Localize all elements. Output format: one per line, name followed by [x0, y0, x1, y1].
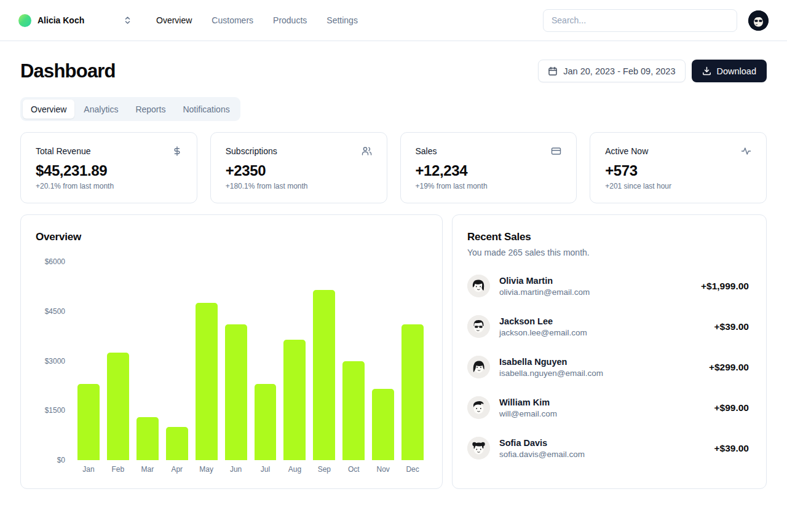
sale-row: Isabella Nguyen isabella.nguyen@email.co… — [467, 356, 749, 378]
stat-title: Active Now — [605, 146, 648, 156]
bar-mar — [136, 417, 159, 460]
tab-notifications[interactable]: Notifications — [175, 100, 237, 119]
bar-jun — [225, 324, 247, 460]
y-tick-label: $3000 — [45, 357, 65, 366]
recent-sales-title: Recent Sales — [467, 231, 749, 243]
chart-column-jul — [251, 262, 280, 460]
bar-jul — [255, 384, 277, 460]
stat-title: Subscriptions — [226, 146, 277, 156]
stat-change: +201 since last hour — [605, 182, 751, 190]
y-tick-label: $4500 — [45, 307, 65, 316]
stat-card-sales: Sales +12,234 +19% from last month — [400, 132, 577, 203]
users-icon — [362, 146, 372, 156]
recent-sales-list: Olivia Martin olivia.martin@email.com +$… — [467, 275, 749, 460]
stat-value: +573 — [605, 162, 751, 179]
user-avatar-face-icon — [748, 10, 769, 31]
sale-row: Jackson Lee jackson.lee@email.com +$39.0… — [467, 315, 749, 338]
recent-sales-card: Recent Sales You made 265 sales this mon… — [452, 214, 767, 489]
x-tick-label: Mar — [133, 465, 162, 474]
chart-x-axis: JanFebMarAprMayJunJulAugSepOctNovDec — [74, 465, 427, 474]
sale-email: olivia.martin@email.com — [499, 288, 701, 297]
bar-dec — [401, 324, 424, 460]
x-tick-label: Jul — [251, 465, 280, 474]
nav-link-overview[interactable]: Overview — [156, 15, 192, 25]
tab-overview[interactable]: Overview — [23, 100, 74, 119]
chart-column-nov — [368, 262, 398, 460]
chart-column-dec — [398, 262, 427, 460]
top-navigation-bar: Alicia Koch Overview Customers Products … — [0, 0, 787, 41]
y-tick-label: $1500 — [45, 406, 65, 415]
sale-name: Isabella Nguyen — [499, 357, 709, 367]
sale-amount: +$39.00 — [714, 443, 749, 454]
stat-card-total-revenue: Total Revenue $45,231.89 +20.1% from las… — [20, 132, 197, 203]
page-header: Dashboard Jan 20, 2023 - Feb 09, 2023 D — [20, 60, 767, 82]
sale-amount: +$99.00 — [714, 402, 749, 413]
nav-link-customers[interactable]: Customers — [212, 15, 253, 25]
search-input[interactable] — [543, 9, 737, 32]
sale-row: Olivia Martin olivia.martin@email.com +$… — [467, 275, 749, 297]
overview-chart-card: Overview $6000$4500$3000$1500$0 JanFebMa… — [20, 214, 443, 489]
x-tick-label: Sep — [309, 465, 339, 474]
avatar-sofia-davis — [467, 437, 490, 460]
avatar-william-kim — [467, 396, 490, 419]
x-tick-label: Feb — [103, 465, 133, 474]
avatar-isabella-nguyen — [467, 356, 490, 378]
nav-link-settings[interactable]: Settings — [326, 15, 358, 25]
chart-y-axis: $6000$4500$3000$1500$0 — [36, 262, 65, 460]
tab-reports[interactable]: Reports — [127, 100, 173, 119]
chart-column-may — [192, 262, 221, 460]
bar-feb — [107, 353, 129, 460]
recent-sales-subtitle: You made 265 sales this month. — [467, 248, 749, 257]
team-switcher[interactable]: Alicia Koch — [18, 14, 132, 27]
x-tick-label: Aug — [280, 465, 309, 474]
download-icon — [702, 66, 711, 76]
x-tick-label: Jun — [221, 465, 251, 474]
sale-amount: +$39.00 — [714, 321, 749, 332]
chart-column-apr — [162, 262, 192, 460]
sale-email: sofia.davis@email.com — [499, 450, 714, 459]
nav-link-products[interactable]: Products — [273, 15, 307, 25]
x-tick-label: Nov — [368, 465, 398, 474]
sale-email: isabella.nguyen@email.com — [499, 369, 709, 378]
main-nav: Overview Customers Products Settings — [156, 15, 358, 25]
stat-value: +2350 — [226, 162, 372, 179]
x-tick-label: Dec — [398, 465, 427, 474]
avatar-olivia-martin — [467, 275, 490, 297]
stat-title: Sales — [416, 146, 437, 156]
user-avatar[interactable] — [748, 10, 769, 31]
chart-column-aug — [280, 262, 309, 460]
dashboard-page: Dashboard Jan 20, 2023 - Feb 09, 2023 D — [0, 60, 787, 489]
chart-column-jun — [221, 262, 251, 460]
download-label: Download — [717, 66, 757, 76]
download-button[interactable]: Download — [692, 60, 767, 82]
sale-row: William Kim will@email.com +$99.00 — [467, 396, 749, 419]
team-logo — [18, 14, 31, 27]
x-tick-label: Apr — [162, 465, 192, 474]
page-title: Dashboard — [20, 60, 116, 82]
dollar-sign-icon — [172, 146, 182, 156]
stat-change: +19% from last month — [416, 182, 562, 190]
credit-card-icon — [551, 146, 561, 156]
chart-bars — [74, 262, 427, 460]
stat-value: $45,231.89 — [36, 162, 182, 179]
sale-name: William Kim — [499, 397, 714, 407]
tab-analytics[interactable]: Analytics — [76, 100, 126, 119]
avatar-jackson-lee — [467, 315, 490, 338]
bar-sep — [313, 290, 335, 460]
sale-name: Sofia Davis — [499, 438, 714, 448]
sale-name: Olivia Martin — [499, 276, 701, 286]
stat-title: Total Revenue — [36, 146, 91, 156]
y-tick-label: $6000 — [45, 257, 65, 266]
header-actions: Jan 20, 2023 - Feb 09, 2023 Download — [538, 60, 767, 82]
chart-column-jan — [74, 262, 103, 460]
bar-apr — [166, 427, 188, 460]
sale-row: Sofia Davis sofia.davis@email.com +$39.0… — [467, 437, 749, 460]
date-range-picker[interactable]: Jan 20, 2023 - Feb 09, 2023 — [538, 60, 685, 82]
sale-email: will@email.com — [499, 409, 714, 418]
x-tick-label: Jan — [74, 465, 103, 474]
x-tick-label: Oct — [339, 465, 368, 474]
stat-change: +180.1% from last month — [226, 182, 372, 190]
y-tick-label: $0 — [57, 456, 65, 464]
bar-may — [196, 303, 218, 460]
chart-column-oct — [339, 262, 368, 460]
